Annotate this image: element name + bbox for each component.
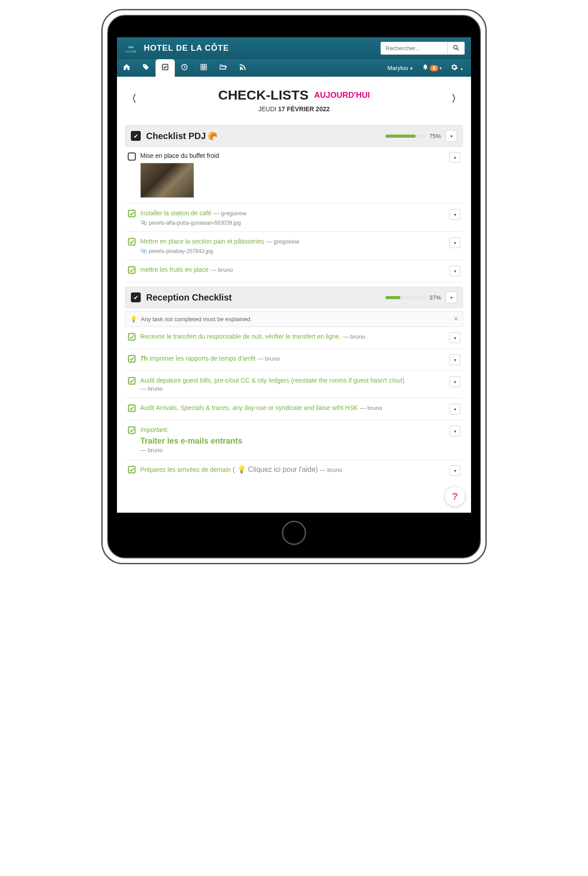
user-menu[interactable]: Marylou▼ [384,60,417,76]
paperclip-icon: 📎 [139,219,148,227]
svg-rect-17 [129,378,135,384]
task-attachment[interactable]: 📎pexels-pixabay-257843.jpg [140,248,445,254]
task-checked-icon[interactable] [128,266,136,274]
task-checked-icon[interactable] [128,355,136,363]
svg-rect-15 [129,334,135,340]
rss-icon [239,64,246,72]
task-label: Installer la station de café [140,209,212,217]
task-menu-button[interactable]: ▾ [450,209,460,220]
task-prefix: 7h Imprimer les rapports de temps d'arrê… [140,355,255,362]
task-author: gregoirew [266,238,299,245]
task-author: bruno [140,447,163,453]
task-row: Audit depature guest bills, pre-c/out CC… [125,371,463,398]
svg-rect-18 [129,405,135,412]
attachment-name: pexels-afta-putta-gunawan-683039.jpg [149,220,241,226]
task-menu-button[interactable]: ▾ [450,152,460,163]
task-label: Mise en place du buffet froid [140,152,445,159]
task-row: Mettre en place la section pain et pâtis… [125,232,463,260]
help-fab[interactable]: ? [445,487,465,506]
task-label: Important: [140,426,169,433]
notifications-button[interactable]: 8 ▾ [419,64,444,72]
task-menu-button[interactable]: ▾ [450,237,460,248]
grid-icon [200,64,207,72]
search-input[interactable] [380,42,448,55]
nav-tag[interactable] [136,59,156,77]
checklist-menu-button[interactable]: ▾ [445,130,457,142]
task-checked-icon[interactable] [128,404,136,412]
checklist-menu-button[interactable]: ▾ [445,292,457,303]
brand-logo: La Côte [123,42,138,55]
task-checked-icon[interactable] [128,426,136,434]
page-date: JEUDI 17 FÉVRIER 2022 [125,105,463,113]
progress-bar [385,296,426,299]
tablet-frame: La Côte HOTEL DE LA CÔTE Marylou▼ 8 ▾ ▾ … [101,9,487,564]
check-icon [162,64,169,72]
search-button[interactable] [448,42,465,55]
progress-bar [385,135,426,138]
svg-rect-19 [129,427,135,434]
task-row: Préparez les arrivées de demain ( 💡 Cliq… [125,460,463,481]
hotel-name: HOTEL DE LA CÔTE [144,44,229,53]
date-rest: 17 FÉVRIER 2022 [278,105,330,113]
task-checked-icon[interactable] [128,333,136,341]
svg-rect-16 [129,356,135,362]
settings-menu[interactable]: ▾ [447,59,467,77]
task-menu-button[interactable]: ▾ [450,465,460,476]
checklist-toggle-icon[interactable]: ✔ [131,131,141,141]
tablet-home-button[interactable] [282,521,306,545]
task-row: Mise en place du buffet froid ▾ [125,147,463,204]
svg-rect-5 [201,64,206,70]
note-text: Any task not completed must be explained… [141,316,252,323]
svg-point-11 [425,69,426,70]
task-checked-icon[interactable] [128,466,136,474]
task-thumbnail[interactable] [140,163,194,198]
task-menu-button[interactable]: ▾ [450,404,460,414]
task-author: bruno [211,266,233,273]
task-row: Recevoir le transfert du responsable de … [125,327,463,349]
paperclip-icon: 📎 [139,247,148,255]
task-menu-button[interactable]: ▾ [450,426,460,436]
task-attachment[interactable]: 📎pexels-afta-putta-gunawan-683039.jpg [140,220,445,226]
task-menu-button[interactable]: ▾ [450,332,460,343]
task-author: gregoirew [213,210,246,217]
task-checkbox[interactable] [128,153,136,161]
bell-icon [422,64,428,72]
progress-wrap: 75% [385,133,441,139]
folder-icon [220,64,227,72]
nav-rss[interactable] [233,59,252,77]
prev-day-button[interactable]: 〈 [127,92,137,105]
nav-home[interactable] [117,59,136,77]
nav-checklists[interactable] [156,59,175,77]
task-menu-button[interactable]: ▾ [450,266,460,276]
page-title: CHECK-LISTS [218,87,309,103]
task-row: Important: Traiter les e-mails entrants … [125,420,463,460]
task-label: Préparez les arrivées de demain [140,466,231,473]
checklist-note: 💡 Any task not completed must be explain… [125,311,463,327]
task-menu-button[interactable]: ▾ [450,376,460,387]
task-hint[interactable]: ( 💡 Cliquez ici pour l'aide) [233,466,318,473]
notif-badge: 8 [430,65,438,71]
checklist-toggle-icon[interactable]: ✔ [131,292,141,302]
task-row: Audit Arrivals, Specials & traces, any d… [125,398,463,420]
svg-point-10 [240,68,242,70]
svg-rect-13 [129,239,135,245]
task-label: Mettre en place la section pain et pâtis… [140,238,264,245]
caret-down-icon: ▾ [440,66,442,70]
task-checked-icon[interactable] [128,209,136,218]
nav-clock[interactable] [175,59,194,77]
nav-grid[interactable] [194,59,213,77]
checklist-title: Reception Checklist [146,292,232,303]
progress-pct: 75% [429,133,441,139]
nav-folder[interactable] [213,59,233,77]
progress-pct: 37% [429,294,441,301]
task-label: mettre les fruits en place [140,266,209,273]
next-day-button[interactable]: 〉 [451,92,461,105]
task-author: bruno [320,466,342,473]
progress-fill [385,135,416,138]
task-menu-button[interactable]: ▾ [450,354,460,365]
task-checked-icon[interactable] [128,238,136,246]
note-close-button[interactable]: × [454,315,458,323]
task-checked-icon[interactable] [128,377,136,385]
tag-icon [143,64,149,72]
task-row: Installer la station de café gregoirew 📎… [125,204,463,232]
